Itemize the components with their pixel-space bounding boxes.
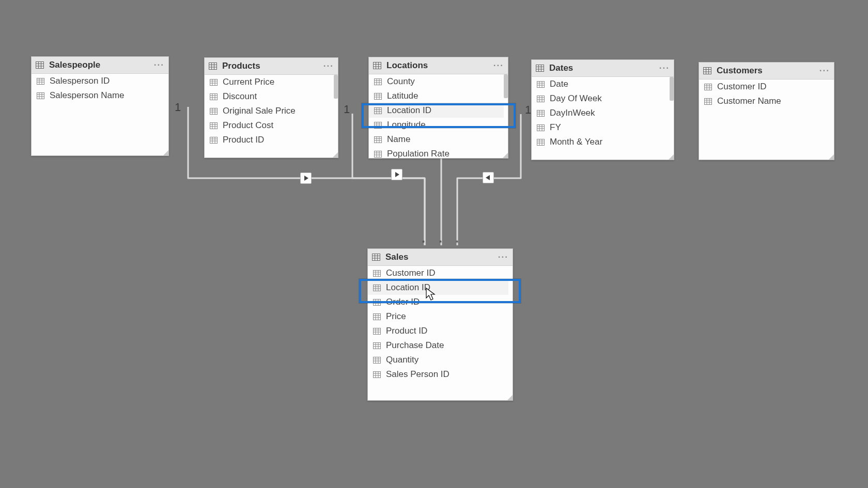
field-row[interactable]: Day Of Week <box>532 91 670 106</box>
field-list: County Latitude Location ID Longitude Na… <box>369 74 508 158</box>
svg-rect-158 <box>374 342 381 349</box>
scrollbar-thumb[interactable] <box>670 77 674 101</box>
table-header[interactable]: Customers ··· <box>699 62 834 80</box>
column-icon <box>373 371 381 378</box>
cardinality-many-icon: * <box>456 239 458 247</box>
field-label: Longitude <box>387 120 426 130</box>
field-row[interactable]: DayInWeek <box>532 106 670 120</box>
cardinality-one: 1 <box>344 103 350 116</box>
table-title: Products <box>222 61 323 71</box>
svg-rect-68 <box>375 122 382 128</box>
table-menu-icon[interactable]: ··· <box>819 66 830 76</box>
svg-rect-83 <box>536 65 544 72</box>
model-canvas[interactable]: 1 1 1 * * * Salespeople ··· Salesperson … <box>0 0 868 488</box>
field-label: Customer ID <box>717 82 766 92</box>
table-menu-icon[interactable]: ··· <box>493 60 504 71</box>
field-row[interactable]: Order ID <box>368 295 508 309</box>
field-label: County <box>387 76 415 87</box>
column-icon <box>37 92 44 99</box>
field-row[interactable]: Salesperson Name <box>32 88 164 103</box>
svg-rect-88 <box>537 81 545 87</box>
table-title: Salespeople <box>49 60 154 70</box>
filter-direction-icon <box>483 172 494 183</box>
field-row[interactable]: Product ID <box>205 133 334 147</box>
column-icon <box>374 136 382 143</box>
resize-handle[interactable] <box>507 395 513 400</box>
svg-rect-138 <box>374 285 381 291</box>
cardinality-many-icon: * <box>439 239 442 247</box>
table-header[interactable]: Salespeople ··· <box>32 57 168 74</box>
field-row-highlighted[interactable]: Location ID <box>369 103 504 118</box>
field-row[interactable]: County <box>369 74 504 89</box>
resize-handle[interactable] <box>503 153 508 158</box>
table-menu-icon[interactable]: ··· <box>659 63 670 73</box>
column-icon <box>537 96 545 102</box>
column-icon <box>37 78 44 85</box>
table-header[interactable]: Locations ··· <box>369 57 508 74</box>
field-list: Customer ID Location ID Order ID Price P… <box>368 266 513 400</box>
table-title: Dates <box>549 63 659 73</box>
field-row[interactable]: Salesperson ID <box>32 74 164 88</box>
field-label: Current Price <box>223 77 274 87</box>
table-header[interactable]: Products ··· <box>205 58 338 75</box>
table-dates[interactable]: Dates ··· Date Day Of Week DayInWeek FY … <box>531 59 674 160</box>
field-row[interactable]: Sales Person ID <box>368 367 508 382</box>
table-header[interactable]: Dates ··· <box>532 60 674 77</box>
column-icon <box>373 313 381 320</box>
resize-handle[interactable] <box>829 154 834 160</box>
field-label: Month & Year <box>550 137 602 147</box>
scrollbar-thumb[interactable] <box>334 75 338 99</box>
field-row[interactable]: Quantity <box>368 353 508 367</box>
column-icon <box>537 81 545 88</box>
table-sales[interactable]: Sales ··· Customer ID Location ID Order … <box>367 248 513 401</box>
field-row[interactable]: Name <box>369 132 504 147</box>
resize-handle[interactable] <box>669 154 674 160</box>
column-icon <box>210 122 218 129</box>
svg-rect-8 <box>37 78 44 84</box>
table-products[interactable]: Products ··· Current Price Discount Orig… <box>204 57 338 158</box>
column-icon <box>373 285 381 291</box>
field-row[interactable]: Purchase Date <box>368 338 508 353</box>
table-customers[interactable]: Customers ··· Customer ID Customer Name <box>699 62 834 160</box>
field-row[interactable]: Original Sale Price <box>205 104 334 118</box>
scrollbar-thumb[interactable] <box>504 74 508 98</box>
table-menu-icon[interactable]: ··· <box>154 60 164 70</box>
svg-rect-13 <box>37 92 44 99</box>
svg-rect-73 <box>375 136 382 143</box>
field-row-highlighted[interactable]: Location ID <box>368 280 508 295</box>
field-row[interactable]: FY <box>532 120 670 135</box>
field-row[interactable]: Current Price <box>205 75 334 89</box>
filter-direction-icon <box>300 172 312 184</box>
field-row[interactable]: Customer ID <box>699 80 830 94</box>
column-icon <box>210 108 218 115</box>
field-row[interactable]: Customer Name <box>699 94 830 108</box>
svg-rect-53 <box>375 78 382 85</box>
table-salespeople[interactable]: Salespeople ··· Salesperson ID Salespers… <box>31 56 169 156</box>
column-icon <box>373 357 381 364</box>
table-menu-icon[interactable]: ··· <box>323 61 334 71</box>
field-row[interactable]: Product Cost <box>205 118 334 133</box>
svg-rect-143 <box>374 299 381 305</box>
field-row[interactable]: Population Rate <box>369 147 504 158</box>
field-row[interactable]: Longitude <box>369 118 504 132</box>
field-row[interactable]: Latitude <box>369 89 504 103</box>
field-row[interactable]: Customer ID <box>368 266 508 280</box>
field-label: Original Sale Price <box>223 106 296 116</box>
table-locations[interactable]: Locations ··· County Latitude Location I… <box>368 57 508 159</box>
svg-rect-28 <box>210 93 218 100</box>
field-label: Location ID <box>386 282 430 293</box>
svg-rect-98 <box>537 110 545 116</box>
field-row[interactable]: Month & Year <box>532 135 670 149</box>
column-icon <box>374 151 382 158</box>
column-icon <box>210 79 218 86</box>
table-header[interactable]: Sales ··· <box>368 249 513 266</box>
field-row[interactable]: Product ID <box>368 324 508 338</box>
resize-handle[interactable] <box>163 150 168 155</box>
column-icon <box>210 93 218 100</box>
resize-handle[interactable] <box>333 152 338 158</box>
field-row[interactable]: Discount <box>205 89 334 104</box>
field-row[interactable]: Price <box>368 309 508 324</box>
field-row[interactable]: Date <box>532 77 670 91</box>
column-icon <box>373 328 381 335</box>
table-menu-icon[interactable]: ··· <box>498 252 508 262</box>
